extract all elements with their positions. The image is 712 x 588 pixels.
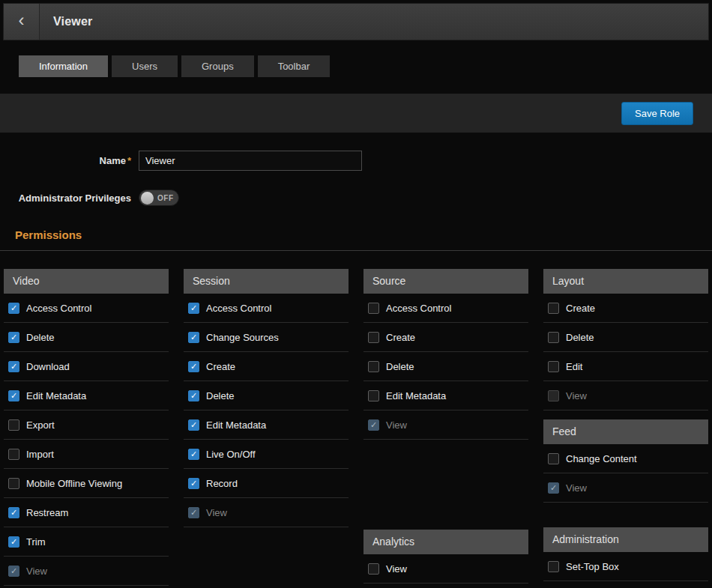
permission-label: View <box>566 482 587 494</box>
name-field-row: Name* <box>7 151 712 171</box>
checkbox-layout-delete[interactable] <box>548 332 559 343</box>
permission-label: Trim <box>26 536 46 548</box>
permission-row-video-import: Import <box>4 440 169 469</box>
permission-row-layout-edit: Edit <box>543 352 708 381</box>
checkbox-layout-create[interactable] <box>548 303 559 314</box>
permission-label: Delete <box>566 332 594 343</box>
checkbox-video-access-control[interactable]: ✓ <box>8 303 19 314</box>
admin-privileges-toggle[interactable]: OFF <box>139 190 179 206</box>
checkbox-video-delete[interactable]: ✓ <box>8 332 19 343</box>
permission-row-session-edit-metadata: ✓Edit Metadata <box>184 410 349 440</box>
checkbox-feed-change-content[interactable] <box>548 453 559 464</box>
permission-label: Export <box>26 419 55 431</box>
permission-label: Edit Metadata <box>206 419 266 431</box>
permission-row-video-download: ✓Download <box>4 352 169 381</box>
group-header-video: Video <box>4 269 169 294</box>
permission-row-source-delete: Delete <box>363 352 528 381</box>
checkbox-source-edit-metadata[interactable] <box>368 390 379 401</box>
tab-information[interactable]: Information <box>19 55 108 77</box>
checkbox-video-mobile-offline-viewing[interactable] <box>8 478 19 489</box>
permission-label: Import <box>26 449 54 460</box>
checkbox-source-access-control[interactable] <box>368 303 379 314</box>
permission-label: View <box>26 566 47 577</box>
checkbox-layout-view <box>548 390 559 401</box>
required-marker: * <box>127 155 131 166</box>
permission-row-layout-delete: Delete <box>543 323 708 352</box>
checkbox-source-create[interactable] <box>368 332 379 343</box>
permission-row-layout-create: Create <box>543 294 708 323</box>
tab-users[interactable]: Users <box>112 55 178 77</box>
permission-row-layout-view: View <box>543 381 708 410</box>
save-role-button[interactable]: Save Role <box>621 102 693 125</box>
checkbox-video-download[interactable]: ✓ <box>8 361 19 372</box>
permission-label: Access Control <box>206 303 271 314</box>
permission-label: Mobile Offline Viewing <box>26 478 122 489</box>
checkbox-session-edit-metadata[interactable]: ✓ <box>188 419 199 431</box>
section-divider <box>0 250 712 251</box>
permission-row-analytics-view: View <box>363 554 528 584</box>
permissions-column: Session✓Access Control✓Change Sources✓Cr… <box>184 269 349 586</box>
checkbox-session-delete[interactable]: ✓ <box>188 390 199 401</box>
checkbox-video-export[interactable] <box>8 419 19 431</box>
permission-row-session-live-on-off: ✓Live On/Off <box>184 440 349 469</box>
checkbox-session-record[interactable]: ✓ <box>188 478 199 489</box>
permission-row-source-access-control: Access Control <box>363 294 528 323</box>
group-header-feed: Feed <box>543 419 708 444</box>
name-label: Name* <box>7 155 131 166</box>
permission-label: Create <box>566 303 595 314</box>
toggle-state-label: OFF <box>157 194 174 202</box>
permission-label: View <box>386 419 407 431</box>
permissions-column: LayoutCreateDeleteEditViewFeedChange Con… <box>543 269 708 586</box>
group-header-analytics: Analytics <box>363 530 528 554</box>
admin-privileges-label: Administrator Privileges <box>7 193 131 204</box>
permission-row-video-restream: ✓Restream <box>4 498 169 527</box>
action-strip: Save Role <box>0 94 712 133</box>
permission-row-source-edit-metadata: Edit Metadata <box>363 381 528 410</box>
permission-label: Restream <box>26 507 68 518</box>
permission-row-session-access-control: ✓Access Control <box>184 294 349 323</box>
group-header-administration: Administration <box>543 527 708 552</box>
permission-row-session-view: ✓View <box>184 498 349 527</box>
permissions-column: SourceAccess ControlCreateDeleteEdit Met… <box>363 269 528 586</box>
checkbox-source-view: ✓ <box>368 419 379 431</box>
permission-row-video-mobile-offline-viewing: Mobile Offline Viewing <box>4 469 169 498</box>
checkbox-video-edit-metadata[interactable]: ✓ <box>8 390 19 401</box>
checkbox-video-trim[interactable]: ✓ <box>8 536 19 548</box>
permission-row-feed-view: ✓View <box>543 473 708 503</box>
permission-label: Delete <box>386 361 414 372</box>
permission-label: View <box>386 563 407 575</box>
permission-label: View <box>206 507 227 518</box>
permission-label: Edit Metadata <box>26 390 86 401</box>
checkbox-video-restream[interactable]: ✓ <box>8 507 19 518</box>
checkbox-analytics-view[interactable] <box>368 563 379 575</box>
permission-row-video-access-control: ✓Access Control <box>4 294 169 323</box>
checkbox-session-view: ✓ <box>188 507 199 518</box>
checkbox-layout-edit[interactable] <box>548 361 559 372</box>
back-button[interactable]: ‹ <box>4 4 40 40</box>
tab-groups[interactable]: Groups <box>181 55 254 77</box>
permission-row-session-record: ✓Record <box>184 469 349 498</box>
permission-label: Access Control <box>26 303 91 314</box>
checkbox-source-delete[interactable] <box>368 361 379 372</box>
name-input[interactable] <box>139 151 362 171</box>
permission-label: Change Content <box>566 453 637 464</box>
permission-label: Set-Top Box <box>566 561 619 572</box>
permissions-heading: Permissions <box>15 228 712 241</box>
checkbox-session-access-control[interactable]: ✓ <box>188 303 199 314</box>
checkbox-session-create[interactable]: ✓ <box>188 361 199 372</box>
permission-row-source-create: Create <box>363 323 528 352</box>
permission-row-source-view: ✓View <box>363 410 528 440</box>
checkbox-administration-set-top-box[interactable] <box>548 561 559 572</box>
permission-row-video-edit-metadata: ✓Edit Metadata <box>4 381 169 410</box>
permission-row-video-trim: ✓Trim <box>4 527 169 557</box>
checkbox-session-live-on-off[interactable]: ✓ <box>188 449 199 460</box>
permission-label: Delete <box>206 390 235 401</box>
checkbox-session-change-sources[interactable]: ✓ <box>188 332 199 343</box>
admin-privileges-row: Administrator Privileges OFF <box>7 190 712 206</box>
tab-toolbar[interactable]: Toolbar <box>258 55 331 77</box>
permission-row-video-view: ✓View <box>4 557 169 586</box>
group-header-layout: Layout <box>543 269 708 294</box>
name-label-text: Name <box>100 155 126 166</box>
toggle-knob-icon <box>141 192 154 204</box>
checkbox-video-import[interactable] <box>8 449 19 460</box>
